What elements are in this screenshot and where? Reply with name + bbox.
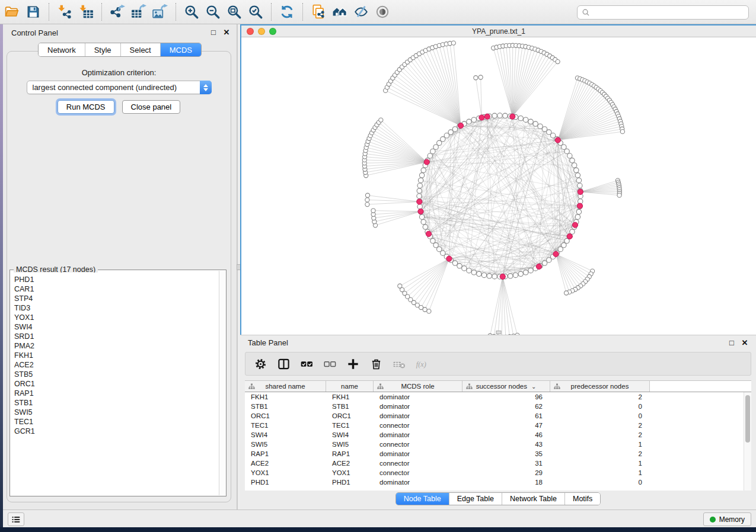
search-input[interactable] bbox=[591, 7, 745, 18]
column-layout-button[interactable] bbox=[276, 356, 291, 371]
tab-network-table[interactable]: Network Table bbox=[502, 493, 564, 505]
table-row[interactable]: SWI4SWI4dominator462 bbox=[245, 430, 751, 440]
mcds-list-scrollbar[interactable] bbox=[219, 271, 226, 495]
search-box bbox=[577, 5, 749, 20]
tab-network[interactable]: Network bbox=[39, 43, 85, 56]
scrollbar-thumb[interactable] bbox=[745, 395, 750, 443]
show-eye-button[interactable] bbox=[372, 2, 393, 22]
float-table-panel-icon[interactable]: □ bbox=[726, 338, 737, 348]
run-mcds-button[interactable]: Run MCDS bbox=[58, 100, 114, 114]
tab-motifs[interactable]: Motifs bbox=[564, 493, 600, 505]
search-icon bbox=[581, 8, 591, 18]
open-file-button[interactable] bbox=[1, 2, 23, 22]
mcds-result-item[interactable]: SWI4 bbox=[14, 322, 218, 332]
table-row[interactable]: ACE2ACE2connector311 bbox=[245, 459, 751, 468]
zoom-fit-button[interactable] bbox=[224, 2, 245, 22]
column-header-shared-name[interactable]: shared name bbox=[245, 381, 326, 392]
table-row[interactable]: SWI5SWI5connector431 bbox=[245, 440, 751, 449]
function-builder-button[interactable]: f(x) bbox=[414, 356, 430, 371]
close-panel-button[interactable]: Close panel bbox=[122, 100, 181, 114]
table-panel: Table Panel □ ✕ f(x) shared namenameMCDS… bbox=[240, 335, 756, 509]
mcds-result-item[interactable]: SWI5 bbox=[14, 408, 218, 417]
task-history-button[interactable] bbox=[8, 512, 24, 526]
mcds-result-item[interactable]: STB5 bbox=[14, 370, 218, 379]
zoom-out-button[interactable] bbox=[202, 2, 224, 22]
mcds-panel: Optimization criterion: largest connecte… bbox=[7, 51, 231, 502]
optimization-criterion-select[interactable]: largest connected component (undirected) bbox=[27, 81, 212, 94]
table-row[interactable]: TEC1TEC1connector472 bbox=[245, 421, 751, 430]
import-network-button[interactable] bbox=[54, 2, 75, 22]
mcds-result-item[interactable]: YOX1 bbox=[14, 313, 218, 322]
add-column-button[interactable] bbox=[345, 356, 361, 371]
table-scrollbar[interactable] bbox=[744, 392, 751, 491]
select-all-button[interactable] bbox=[299, 356, 314, 371]
export-image-button[interactable] bbox=[149, 2, 171, 22]
table-row[interactable]: STB1STB1dominator620 bbox=[245, 402, 751, 411]
home-network-button[interactable] bbox=[329, 2, 350, 22]
zoom-in-button[interactable] bbox=[181, 2, 202, 22]
mcds-result-item[interactable]: CAR1 bbox=[14, 284, 218, 294]
mcds-result-item[interactable]: TEC1 bbox=[14, 417, 218, 427]
zoom-selected-button[interactable] bbox=[245, 2, 266, 22]
mcds-result-item[interactable]: ORC1 bbox=[14, 379, 218, 389]
network-canvas[interactable] bbox=[241, 37, 756, 335]
mcds-result-item[interactable]: SRD1 bbox=[14, 332, 218, 341]
tab-style[interactable]: Style bbox=[85, 43, 120, 56]
table-row[interactable]: PHD1PHD1dominator180 bbox=[245, 477, 751, 487]
mcds-result-item[interactable]: GCR1 bbox=[14, 427, 218, 436]
memory-button[interactable]: Memory bbox=[703, 512, 751, 526]
column-header-name[interactable]: name bbox=[326, 381, 374, 392]
table-row[interactable]: RAP1RAP1dominator352 bbox=[245, 449, 751, 459]
open-folder-icon bbox=[4, 4, 20, 20]
column-header-successor-nodes[interactable]: successor nodes⌄ bbox=[462, 381, 550, 392]
mcds-result-item[interactable]: FKH1 bbox=[14, 351, 218, 360]
table-body: FKH1FKH1dominator962STB1STB1dominator620… bbox=[245, 392, 751, 491]
network-graph[interactable] bbox=[241, 37, 756, 335]
delete-column-button[interactable] bbox=[368, 356, 384, 371]
table-row[interactable]: ORC1ORC1dominator610 bbox=[245, 411, 751, 421]
mcds-result-item[interactable]: RAP1 bbox=[14, 389, 218, 398]
deselect-all-button[interactable] bbox=[322, 356, 337, 371]
control-panel-titlebar: Control Panel □ ✕ bbox=[3, 24, 237, 40]
table-row[interactable]: FKH1FKH1dominator962 bbox=[245, 392, 751, 402]
network-view-titlebar[interactable]: YPA_prune.txt_1 bbox=[241, 25, 756, 37]
mcds-result-item[interactable]: STP4 bbox=[14, 294, 218, 303]
network-file-button[interactable] bbox=[308, 2, 329, 22]
cell-predecessor-nodes: 2 bbox=[550, 392, 650, 402]
column-header-MCDS-role[interactable]: MCDS role bbox=[374, 381, 462, 392]
tab-select[interactable]: Select bbox=[120, 43, 160, 56]
zoom-fit-icon bbox=[227, 4, 242, 20]
import-table-button[interactable] bbox=[75, 2, 97, 22]
cell-MCDS-role: connector bbox=[374, 421, 462, 430]
cell-successor-nodes: 96 bbox=[462, 392, 550, 402]
mcds-result-item[interactable]: STB1 bbox=[14, 398, 218, 408]
close-table-panel-icon[interactable]: ✕ bbox=[739, 338, 750, 348]
column-header-predecessor-nodes[interactable]: predecessor nodes bbox=[550, 381, 650, 392]
export-network-button[interactable] bbox=[107, 2, 128, 22]
close-panel-icon[interactable]: ✕ bbox=[221, 27, 232, 38]
cell-successor-nodes: 31 bbox=[462, 459, 550, 468]
cell-shared-name: RAP1 bbox=[245, 449, 326, 459]
export-table-button[interactable] bbox=[128, 2, 149, 22]
canvas-resize-grip[interactable] bbox=[496, 331, 502, 334]
table-settings-button[interactable] bbox=[253, 356, 268, 371]
table-row[interactable]: YOX1YOX1connector291 bbox=[245, 468, 751, 477]
hide-eye-button[interactable] bbox=[350, 2, 372, 22]
tab-mcds[interactable]: MCDS bbox=[160, 43, 201, 56]
save-button[interactable] bbox=[23, 2, 44, 22]
mcds-result-item[interactable]: PMA2 bbox=[14, 341, 218, 351]
memory-label: Memory bbox=[719, 515, 745, 524]
delete-table-button[interactable] bbox=[391, 356, 407, 371]
mcds-result-item[interactable]: PHD1 bbox=[14, 275, 218, 284]
cell-MCDS-role: dominator bbox=[374, 449, 462, 459]
cell-name: ORC1 bbox=[326, 411, 374, 421]
column-label: successor nodes bbox=[476, 383, 527, 390]
float-panel-icon[interactable]: □ bbox=[208, 27, 219, 38]
mcds-result-item[interactable]: ACE2 bbox=[14, 360, 218, 370]
tab-node-table[interactable]: Node Table bbox=[396, 493, 449, 505]
cell-predecessor-nodes: 2 bbox=[550, 449, 650, 459]
tab-edge-table[interactable]: Edge Table bbox=[449, 493, 502, 505]
mcds-result-item[interactable]: TID3 bbox=[14, 303, 218, 313]
refresh-button[interactable] bbox=[276, 2, 298, 22]
hide-eye-icon bbox=[353, 4, 369, 20]
